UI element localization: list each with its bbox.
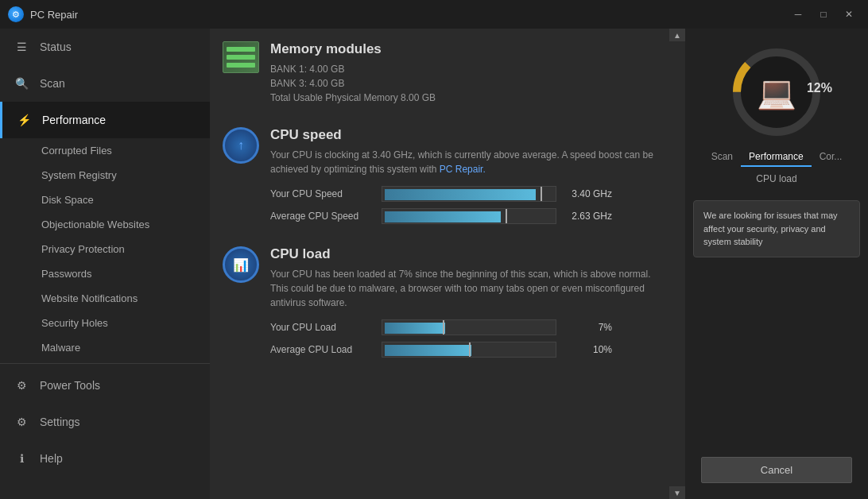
cpu-speed-bar-1: [382, 186, 556, 202]
sidebar-sub-secholes[interactable]: Security Holes: [0, 311, 210, 335]
laptop-icon: 💻: [757, 74, 796, 111]
scroll-down-button[interactable]: ▼: [669, 486, 685, 499]
cpu-load-label-1: Your CPU Load: [270, 322, 374, 333]
sidebar-item-status[interactable]: ☰ Status: [0, 29, 210, 65]
memory-section: Memory modules BANK 1: 4.00 GB BANK 3: 4…: [223, 41, 661, 105]
cpu-speed-title: CPU speed: [270, 127, 661, 143]
memory-icon: [223, 41, 259, 78]
scan-icon: 🔍: [13, 75, 30, 92]
sidebar-item-settings[interactable]: ⚙ Settings: [0, 404, 210, 440]
sidebar-sub-privacy[interactable]: Privacy Protection: [0, 237, 210, 261]
cpu-load-bar-2: [382, 342, 556, 358]
memory-bank1: BANK 1: 4.00 GB: [270, 62, 436, 76]
sidebar-sub-malware[interactable]: Malware: [0, 335, 210, 360]
memory-header: Memory modules BANK 1: 4.00 GB BANK 3: 4…: [223, 41, 661, 105]
app-title: PC Repair: [30, 9, 78, 21]
right-status-label: CPU load: [756, 173, 796, 184]
sidebar-sub-corrupted[interactable]: Corrupted Files: [0, 138, 210, 163]
cpu-speed-label-1: Your CPU Speed: [270, 188, 374, 199]
cpu-speed-icon: ↑: [223, 127, 259, 164]
memory-info: Memory modules BANK 1: 4.00 GB BANK 3: 4…: [270, 41, 436, 105]
sidebar-help-label: Help: [40, 452, 63, 465]
cpu-load-icon: 📊: [223, 246, 259, 283]
titlebar-left: ⚙ PC Repair: [8, 6, 78, 22]
memory-bank2: BANK 3: 4.00 GB: [270, 76, 436, 91]
close-button[interactable]: ✕: [838, 6, 860, 22]
cpu-load-title: CPU load: [270, 246, 661, 262]
cpu-speed-row-2: Average CPU Speed 2.63 GHz: [270, 208, 661, 224]
cpu-speed-bar-2: [382, 208, 556, 224]
minimize-button[interactable]: ─: [787, 6, 809, 22]
cpu-load-label-2: Average CPU Load: [270, 344, 374, 355]
cpu-speed-marker-1: [541, 187, 542, 201]
sidebar-scan-label: Scan: [40, 77, 65, 90]
sidebar-item-scan[interactable]: 🔍 Scan: [0, 65, 210, 102]
sidebar-sub-disk[interactable]: Disk Space: [0, 188, 210, 212]
cpu-load-bar-1: [382, 319, 556, 335]
cpu-speed-desc: Your CPU is clocking at 3.40 GHz, which …: [270, 148, 661, 176]
cpu-speed-fill-1: [385, 189, 536, 200]
sidebar-sub-sysreg[interactable]: System Registry: [0, 163, 210, 188]
memory-title: Memory modules: [270, 41, 436, 57]
cpu-load-section: 📊 CPU load Your CPU has been loaded at 7…: [223, 246, 661, 358]
sidebar-item-powertools[interactable]: ⚙ Power Tools: [0, 367, 210, 404]
cpu-speed-fill-2: [385, 211, 501, 222]
app-icon: ⚙: [8, 6, 24, 22]
sidebar: ☰ Status 🔍 Scan ⚡ Performance Corrupted …: [0, 29, 210, 499]
content-area: ▲ Memory modules BANK 1: 4.00 GB: [210, 29, 685, 499]
cpu-load-gauges: Your CPU Load 7% Average CPU Load: [270, 319, 661, 358]
cpu-load-row-2: Average CPU Load 10%: [270, 342, 661, 358]
cpu-load-header: 📊 CPU load Your CPU has been loaded at 7…: [223, 246, 661, 310]
cpu-load-desc: Your CPU has been loaded at 7% since the…: [270, 267, 661, 310]
divider-1: [0, 363, 210, 364]
pc-repair-link[interactable]: PC Repair.: [440, 164, 486, 175]
right-tab-performance[interactable]: Performance: [741, 148, 812, 167]
right-tab-cor[interactable]: Cor...: [812, 148, 851, 167]
right-panel: 💻 12% Scan Performance Cor... CPU load W…: [685, 29, 868, 499]
cpu-speed-val-1: 3.40 GHz: [564, 188, 612, 199]
sidebar-status-label: Status: [40, 41, 72, 53]
memory-total: Total Usable Physical Memory 8.00 GB: [270, 91, 436, 105]
cpu-load-marker-1: [443, 320, 444, 335]
cpu-load-fill-2: [385, 345, 471, 356]
tooltip-box: We are looking for issues that may affec…: [693, 200, 860, 257]
cpu-speed-row-1: Your CPU Speed 3.40 GHz: [270, 186, 661, 202]
sidebar-performance-label: Performance: [42, 114, 106, 126]
gauge-percent: 12%: [807, 81, 832, 95]
sidebar-sub-objweb[interactable]: Objectionable Websites: [0, 212, 210, 237]
cpu-speed-gauges: Your CPU Speed 3.40 GHz Average CPU Spee…: [270, 186, 661, 224]
cpu-speed-section: ↑ CPU speed Your CPU is clocking at 3.40…: [223, 127, 661, 224]
circle-gauge: 💻 12%: [729, 44, 824, 140]
cpu-load-val-1: 7%: [564, 322, 612, 333]
cpu-load-val-2: 10%: [564, 344, 612, 355]
status-icon: ☰: [13, 38, 30, 56]
cpu-speed-marker-2: [506, 209, 507, 223]
maximize-button[interactable]: □: [812, 6, 835, 22]
cpu-speed-header: ↑ CPU speed Your CPU is clocking at 3.40…: [223, 127, 661, 176]
cpu-speed-label-2: Average CPU Speed: [270, 211, 374, 222]
performance-icon: ⚡: [15, 111, 33, 129]
cpu-load-marker-2: [469, 342, 471, 357]
cpu-load-row-1: Your CPU Load 7%: [270, 319, 661, 335]
main-layout: ☰ Status 🔍 Scan ⚡ Performance Corrupted …: [0, 29, 868, 499]
titlebar-controls: ─ □ ✕: [787, 6, 860, 22]
cancel-button[interactable]: Cancel: [701, 457, 852, 483]
titlebar: ⚙ PC Repair ─ □ ✕: [0, 0, 868, 29]
sidebar-item-help[interactable]: ℹ Help: [0, 440, 210, 477]
sidebar-settings-label: Settings: [40, 416, 80, 428]
content-scroll[interactable]: Memory modules BANK 1: 4.00 GB BANK 3: 4…: [210, 29, 685, 499]
sidebar-powertools-label: Power Tools: [40, 379, 100, 392]
cpu-speed-info: CPU speed Your CPU is clocking at 3.40 G…: [270, 127, 661, 176]
sidebar-item-performance[interactable]: ⚡ Performance: [0, 102, 210, 138]
right-tabs: Scan Performance Cor...: [693, 148, 860, 167]
right-tab-scan[interactable]: Scan: [703, 148, 741, 167]
scroll-up-button[interactable]: ▲: [669, 29, 685, 41]
powertools-icon: ⚙: [13, 377, 30, 394]
settings-icon: ⚙: [13, 413, 30, 431]
laptop-area: 💻: [743, 59, 810, 126]
cpu-speed-val-2: 2.63 GHz: [564, 211, 612, 222]
sidebar-sub-passwords[interactable]: Passwords: [0, 261, 210, 286]
sidebar-sub-webnotif[interactable]: Website Notifications: [0, 286, 210, 311]
help-icon: ℹ: [13, 450, 30, 467]
cpu-load-info: CPU load Your CPU has been loaded at 7% …: [270, 246, 661, 310]
